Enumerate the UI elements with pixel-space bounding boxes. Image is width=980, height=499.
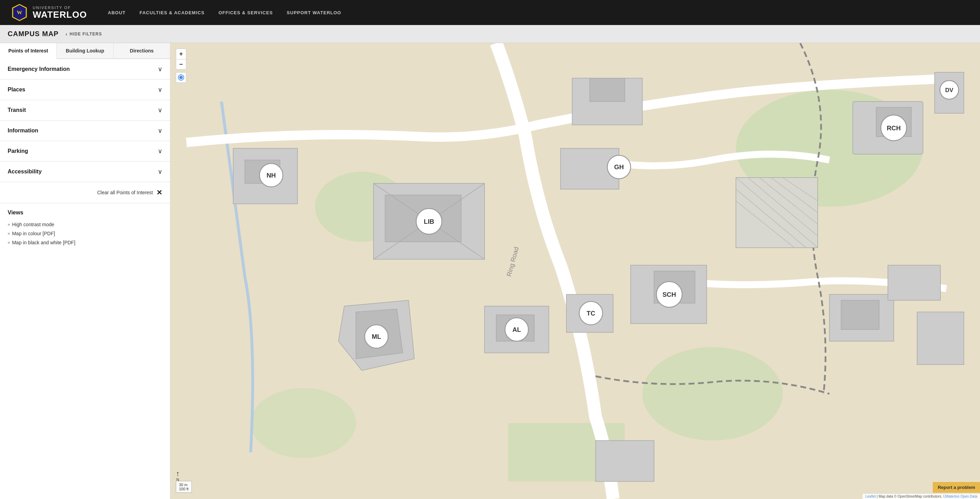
- views-bw-pdf[interactable]: » Map in black and white [PDF]: [8, 238, 162, 247]
- chevron-down-icon: ∨: [158, 168, 162, 175]
- university-of-label: UNIVERSITY OF: [33, 6, 87, 10]
- views-bw-pdf-label: Map in black and white [PDF]: [12, 240, 75, 245]
- accessibility-section[interactable]: Accessibility ∨: [0, 162, 170, 182]
- views-high-contrast[interactable]: » High contrast mode: [8, 220, 162, 229]
- svg-text:AL: AL: [512, 326, 521, 333]
- uw-open-data-link[interactable]: UWaterloo Open Data: [943, 494, 977, 498]
- tab-points-of-interest[interactable]: Points of Interest: [0, 43, 57, 59]
- information-label: Information: [8, 127, 38, 134]
- sidebar: Points of Interest Building Lookup Direc…: [0, 43, 170, 499]
- uw-shield-icon: W: [10, 3, 29, 22]
- map-data-text: Map data © OpenStreetMap contributors.: [878, 494, 942, 498]
- svg-text:SCH: SCH: [662, 291, 676, 298]
- svg-rect-40: [917, 312, 964, 364]
- nav-about[interactable]: ABOUT: [108, 10, 126, 15]
- map-canvas: Ring Road: [170, 43, 980, 499]
- dbl-arrow-icon: »: [8, 222, 10, 227]
- waterloo-label: WATERLOO: [33, 10, 87, 20]
- svg-text:ML: ML: [372, 333, 381, 340]
- subheader: CAMPUS MAP ‹ HIDE FILTERS: [0, 25, 980, 43]
- svg-text:W: W: [17, 10, 22, 15]
- emergency-information-section[interactable]: Emergency Information ∨: [0, 59, 170, 79]
- parking-label: Parking: [8, 148, 28, 154]
- tab-building-lookup[interactable]: Building Lookup: [57, 43, 113, 58]
- views-color-pdf[interactable]: » Map in colour [PDF]: [8, 229, 162, 238]
- report-problem-button[interactable]: Report a problem: [933, 482, 980, 493]
- svg-text:TC: TC: [587, 310, 595, 317]
- dbl-arrow-icon: »: [8, 240, 10, 245]
- views-high-contrast-label: High contrast mode: [12, 222, 54, 227]
- logo-area[interactable]: W UNIVERSITY OF WATERLOO: [10, 3, 87, 22]
- views-section: Views » High contrast mode » Map in colo…: [0, 203, 170, 253]
- chevron-down-icon: ∨: [158, 127, 162, 135]
- hide-filters-label: HIDE FILTERS: [70, 32, 102, 37]
- north-arrow-icon: ↑: [176, 470, 180, 477]
- svg-point-6: [642, 347, 783, 441]
- places-section[interactable]: Places ∨: [0, 79, 170, 100]
- transit-section[interactable]: Transit ∨: [0, 100, 170, 121]
- zoom-out-button[interactable]: −: [176, 59, 186, 70]
- hide-filters-button[interactable]: ‹ HIDE FILTERS: [66, 31, 102, 37]
- emergency-information-label: Emergency Information: [8, 66, 70, 72]
- chevron-down-icon: ∨: [158, 106, 162, 114]
- map-controls: + −: [176, 49, 186, 83]
- campus-map-title: CAMPUS MAP: [8, 30, 59, 38]
- dbl-arrow-icon: »: [8, 231, 10, 236]
- svg-rect-11: [590, 78, 625, 102]
- zoom-in-button[interactable]: +: [176, 49, 186, 59]
- map-area[interactable]: Ring Road: [170, 43, 980, 499]
- main-nav: ABOUT FACULTIES & ACADEMICS OFFICES & SE…: [108, 10, 341, 15]
- leaflet-link[interactable]: Leaflet: [865, 494, 876, 498]
- svg-text:NH: NH: [267, 172, 276, 179]
- clear-section: Clear all Points of Interest ✕: [0, 182, 170, 203]
- svg-text:DV: DV: [945, 87, 954, 94]
- chevron-down-icon: ∨: [158, 86, 162, 94]
- logo-text: UNIVERSITY OF WATERLOO: [33, 6, 87, 20]
- nav-offices[interactable]: OFFICES & SERVICES: [219, 10, 273, 15]
- main-layout: Points of Interest Building Lookup Direc…: [0, 43, 980, 499]
- tab-bar: Points of Interest Building Lookup Direc…: [0, 43, 170, 59]
- information-section[interactable]: Information ∨: [0, 121, 170, 141]
- scale-30m: 30 m: [179, 483, 189, 487]
- location-dot-icon: [179, 75, 183, 80]
- scale-100ft: 100 ft: [179, 487, 189, 491]
- chevron-left-icon: ‹: [66, 31, 68, 37]
- accessibility-label: Accessibility: [8, 168, 42, 175]
- nav-support[interactable]: SUPPORT WATERLOO: [287, 10, 341, 15]
- svg-point-8: [251, 388, 356, 458]
- svg-text:GH: GH: [614, 163, 624, 171]
- views-title: Views: [8, 210, 162, 216]
- transit-label: Transit: [8, 107, 26, 113]
- svg-rect-41: [596, 441, 654, 482]
- svg-rect-39: [888, 265, 940, 300]
- chevron-down-icon: ∨: [158, 65, 162, 73]
- tab-directions[interactable]: Directions: [114, 43, 170, 58]
- svg-text:LIB: LIB: [424, 218, 434, 225]
- parking-section[interactable]: Parking ∨: [0, 141, 170, 162]
- location-button[interactable]: [176, 72, 186, 83]
- views-color-pdf-label: Map in colour [PDF]: [12, 231, 55, 236]
- clear-all-label: Clear all Points of Interest: [97, 190, 153, 195]
- chevron-down-icon: ∨: [158, 147, 162, 155]
- nav-faculties[interactable]: FACULTIES & ACADEMICS: [140, 10, 205, 15]
- places-label: Places: [8, 86, 25, 93]
- clear-all-button[interactable]: ✕: [156, 188, 162, 197]
- site-header: W UNIVERSITY OF WATERLOO ABOUT FACULTIES…: [0, 0, 980, 25]
- svg-text:RCH: RCH: [887, 124, 901, 132]
- svg-rect-38: [841, 300, 879, 329]
- north-arrow: ↑ N: [176, 470, 180, 482]
- scale-bar: 30 m 100 ft: [176, 481, 192, 493]
- map-attribution: Leaflet | Map data © OpenStreetMap contr…: [862, 494, 980, 499]
